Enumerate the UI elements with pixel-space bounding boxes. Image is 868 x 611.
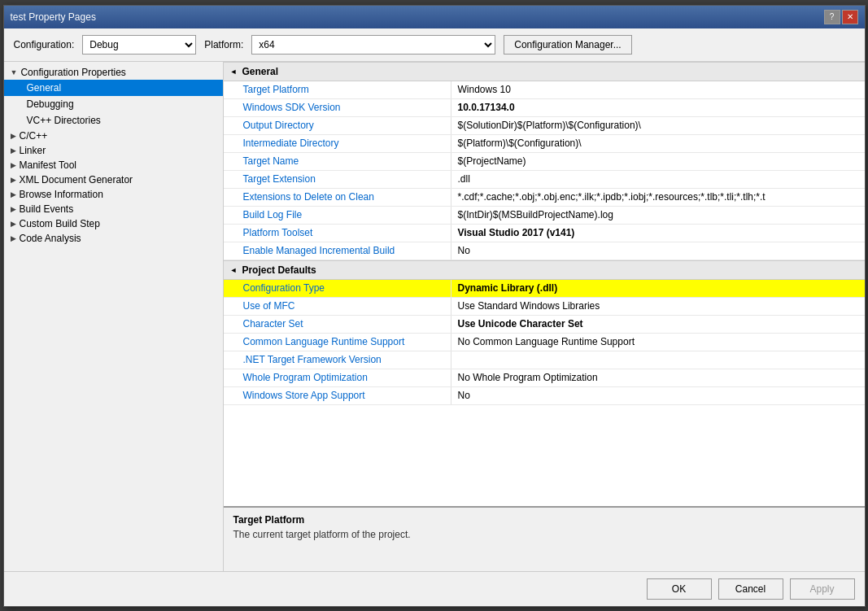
general-section-title: General — [242, 66, 278, 77]
project-defaults-arrow: ◄ — [230, 266, 238, 274]
prop-value-sdk-version: 10.0.17134.0 — [451, 99, 865, 116]
config-label: Configuration: — [14, 39, 75, 50]
footer: OK Cancel Apply — [4, 571, 865, 606]
prop-name-store-support: Windows Store App Support — [224, 387, 451, 404]
apply-button[interactable]: Apply — [790, 578, 855, 600]
prop-name-extensions: Extensions to Delete on Clean — [224, 189, 451, 206]
prop-value-dotnet — [451, 351, 865, 369]
prop-value-platform-toolset: Visual Studio 2017 (v141) — [451, 225, 865, 242]
sidebar-item-code-analysis[interactable]: ▶ Code Analysis — [4, 231, 223, 246]
prop-name-build-log: Build Log File — [224, 207, 451, 224]
project-defaults-section-header[interactable]: ◄ Project Defaults — [224, 260, 865, 280]
properties-area: ◄ General Target Platform Windows 10 Win… — [224, 62, 865, 506]
dialog-window: test Property Pages ? ✕ Configuration: D… — [3, 5, 866, 607]
prop-name-target-ext: Target Extension — [224, 171, 451, 188]
prop-value-mfc: Use Standard Windows Libraries — [451, 298, 865, 315]
prop-name-target-name: Target Name — [224, 153, 451, 170]
prop-name-sdk-version: Windows SDK Version — [224, 99, 451, 116]
prop-value-clr: No Common Language Runtime Support — [451, 334, 865, 351]
prop-row-intermediate-dir[interactable]: Intermediate Directory $(Platform)\$(Con… — [224, 135, 865, 153]
prop-name-intermediate-dir: Intermediate Directory — [224, 135, 451, 152]
prop-row-sdk-version[interactable]: Windows SDK Version 10.0.17134.0 — [224, 99, 865, 117]
prop-row-mfc[interactable]: Use of MFC Use Standard Windows Librarie… — [224, 298, 865, 316]
prop-value-output-dir: $(SolutionDir)$(Platform)\$(Configuratio… — [451, 117, 865, 134]
prop-name-output-dir: Output Directory — [224, 117, 451, 134]
title-bar-left: test Property Pages — [11, 11, 96, 23]
prop-name-platform-toolset: Platform Toolset — [224, 225, 451, 242]
xml-label: XML Document Generator — [20, 174, 133, 185]
prop-value-target-platform: Windows 10 — [451, 81, 865, 98]
prop-row-charset[interactable]: Character Set Use Unicode Character Set — [224, 316, 865, 334]
prop-row-target-ext[interactable]: Target Extension .dll — [224, 171, 865, 189]
prop-value-target-ext: .dll — [451, 171, 865, 188]
prop-value-incremental-build: No — [451, 242, 865, 260]
prop-row-incremental-build[interactable]: Enable Managed Incremental Build No — [224, 242, 865, 260]
prop-row-clr[interactable]: Common Language Runtime Support No Commo… — [224, 334, 865, 351]
prop-name-incremental-build: Enable Managed Incremental Build — [224, 242, 451, 260]
prop-row-config-type[interactable]: Configuration Type Dynamic Library (.dll… — [224, 280, 865, 298]
configuration-select[interactable]: Debug — [82, 35, 196, 55]
sidebar: ▼ Configuration Properties General Debug… — [4, 62, 224, 571]
description-panel: Target Platform The current target platf… — [224, 506, 865, 571]
prop-row-wpo[interactable]: Whole Program Optimization No Whole Prog… — [224, 369, 865, 387]
toolbar: Configuration: Debug Platform: x64 Confi… — [4, 28, 865, 62]
sidebar-item-custom-build[interactable]: ▶ Custom Build Step — [4, 216, 223, 231]
prop-value-charset: Use Unicode Character Set — [451, 316, 865, 333]
prop-name-clr: Common Language Runtime Support — [224, 334, 451, 351]
prop-name-mfc: Use of MFC — [224, 298, 451, 315]
sidebar-item-general[interactable]: General — [4, 80, 223, 96]
prop-value-intermediate-dir: $(Platform)\$(Configuration)\ — [451, 135, 865, 152]
prop-row-extensions[interactable]: Extensions to Delete on Clean *.cdf;*.ca… — [224, 189, 865, 207]
cancel-button[interactable]: Cancel — [718, 578, 783, 600]
prop-row-dotnet[interactable]: .NET Target Framework Version — [224, 351, 865, 369]
manifest-arrow-icon: ▶ — [11, 161, 16, 169]
prop-row-target-name[interactable]: Target Name $(ProjectName) — [224, 153, 865, 171]
prop-value-build-log: $(IntDir)$(MSBuildProjectName).log — [451, 207, 865, 224]
prop-name-dotnet: .NET Target Framework Version — [224, 351, 451, 369]
prop-row-build-log[interactable]: Build Log File $(IntDir)$(MSBuildProject… — [224, 207, 865, 225]
sidebar-item-linker[interactable]: ▶ Linker — [4, 143, 223, 158]
root-arrow-icon: ▼ — [11, 68, 18, 76]
prop-value-wpo: No Whole Program Optimization — [451, 369, 865, 386]
tree-root-header[interactable]: ▼ Configuration Properties — [4, 65, 223, 80]
prop-row-output-dir[interactable]: Output Directory $(SolutionDir)$(Platfor… — [224, 117, 865, 135]
prop-value-store-support: No — [451, 387, 865, 404]
general-section-arrow: ◄ — [230, 68, 238, 76]
sidebar-item-manifest-tool[interactable]: ▶ Manifest Tool — [4, 158, 223, 172]
sidebar-item-xml-generator[interactable]: ▶ XML Document Generator — [4, 172, 223, 187]
linker-arrow-icon: ▶ — [11, 146, 16, 155]
build-label: Build Events — [20, 203, 74, 215]
sidebar-item-debugging[interactable]: Debugging — [4, 96, 223, 112]
code-arrow-icon: ▶ — [11, 234, 16, 242]
sidebar-item-vc-directories[interactable]: VC++ Directories — [4, 112, 223, 129]
prop-name-charset: Character Set — [224, 316, 451, 333]
linker-label: Linker — [20, 145, 46, 156]
prop-name-target-platform: Target Platform — [224, 81, 451, 98]
help-button[interactable]: ? — [824, 10, 840, 24]
xml-arrow-icon: ▶ — [11, 176, 16, 184]
general-section-header[interactable]: ◄ General — [224, 62, 865, 81]
ok-button[interactable]: OK — [647, 578, 712, 600]
right-panel: ◄ General Target Platform Windows 10 Win… — [224, 62, 865, 571]
sidebar-item-build-events[interactable]: ▶ Build Events — [4, 202, 223, 216]
browse-label: Browse Information — [20, 189, 103, 200]
config-manager-button[interactable]: Configuration Manager... — [504, 35, 631, 55]
code-label: Code Analysis — [20, 233, 81, 244]
sidebar-item-browse-info[interactable]: ▶ Browse Information — [4, 187, 223, 202]
cpp-arrow-icon: ▶ — [11, 132, 16, 140]
title-bar-controls: ? ✕ — [824, 10, 858, 24]
main-content: ▼ Configuration Properties General Debug… — [4, 62, 865, 571]
prop-value-target-name: $(ProjectName) — [451, 153, 865, 170]
prop-row-platform-toolset[interactable]: Platform Toolset Visual Studio 2017 (v14… — [224, 225, 865, 242]
cpp-label: C/C++ — [20, 130, 48, 142]
manifest-label: Manifest Tool — [20, 159, 76, 171]
title-bar: test Property Pages ? ✕ — [4, 6, 865, 28]
platform-select[interactable]: x64 — [251, 35, 495, 55]
prop-row-store-support[interactable]: Windows Store App Support No — [224, 387, 865, 405]
custom-arrow-icon: ▶ — [11, 220, 16, 228]
close-button[interactable]: ✕ — [842, 10, 858, 24]
prop-row-target-platform[interactable]: Target Platform Windows 10 — [224, 81, 865, 99]
sidebar-item-cpp[interactable]: ▶ C/C++ — [4, 129, 223, 143]
platform-label: Platform: — [204, 39, 243, 50]
prop-name-wpo: Whole Program Optimization — [224, 369, 451, 386]
